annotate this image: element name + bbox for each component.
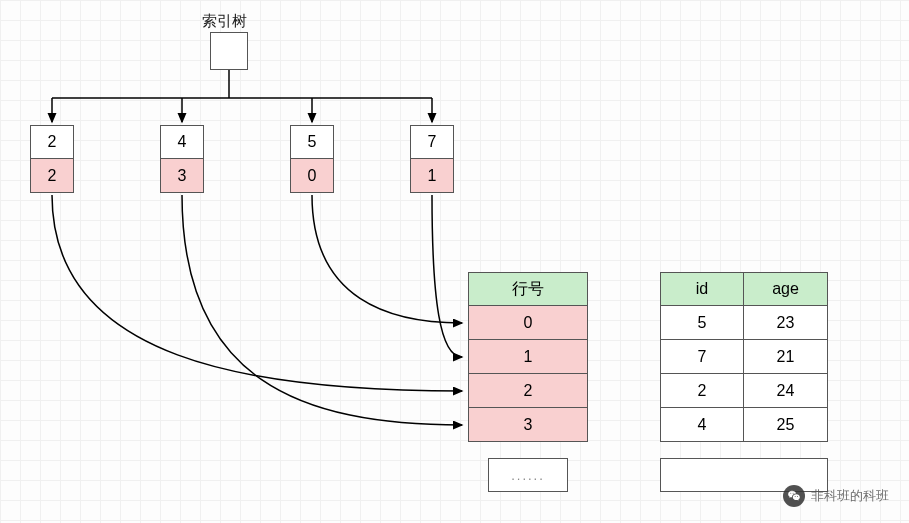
leaf-key: 5 bbox=[290, 125, 334, 159]
row-table-header: 行号 bbox=[468, 272, 588, 306]
leaf-key: 2 bbox=[30, 125, 74, 159]
row-table-cell: 2 bbox=[468, 374, 588, 408]
connector-arrows bbox=[0, 0, 909, 523]
diagram-title: 索引树 bbox=[202, 12, 247, 31]
data-table-header: age bbox=[744, 272, 828, 306]
leaf-node-0: 2 2 bbox=[30, 125, 74, 193]
data-table-cell: 24 bbox=[744, 374, 828, 408]
leaf-pointer: 0 bbox=[290, 159, 334, 193]
leaf-node-2: 5 0 bbox=[290, 125, 334, 193]
data-table-cell: 5 bbox=[660, 306, 744, 340]
watermark-text: 非科班的科班 bbox=[811, 487, 889, 505]
watermark: 非科班的科班 bbox=[783, 485, 889, 507]
row-table-cell: 1 bbox=[468, 340, 588, 374]
data-table-cell: 21 bbox=[744, 340, 828, 374]
data-table-cell: 4 bbox=[660, 408, 744, 442]
data-table-cell: 25 bbox=[744, 408, 828, 442]
wechat-icon bbox=[783, 485, 805, 507]
leaf-node-1: 4 3 bbox=[160, 125, 204, 193]
leaf-key: 4 bbox=[160, 125, 204, 159]
row-table-ellipsis: ...... bbox=[488, 458, 568, 492]
row-table-cell: 0 bbox=[468, 306, 588, 340]
row-table-cell: 3 bbox=[468, 408, 588, 442]
leaf-node-3: 7 1 bbox=[410, 125, 454, 193]
data-table-col-age: age 23 21 24 25 bbox=[744, 272, 828, 442]
row-number-table: 行号 0 1 2 3 bbox=[468, 272, 588, 442]
leaf-pointer: 1 bbox=[410, 159, 454, 193]
data-table-cell: 7 bbox=[660, 340, 744, 374]
root-node bbox=[210, 32, 248, 70]
leaf-pointer: 2 bbox=[30, 159, 74, 193]
data-table-header: id bbox=[660, 272, 744, 306]
leaf-pointer: 3 bbox=[160, 159, 204, 193]
data-table: id 5 7 2 4 age 23 21 24 25 bbox=[660, 272, 828, 442]
leaf-key: 7 bbox=[410, 125, 454, 159]
data-table-cell: 23 bbox=[744, 306, 828, 340]
data-table-cell: 2 bbox=[660, 374, 744, 408]
data-table-col-id: id 5 7 2 4 bbox=[660, 272, 744, 442]
